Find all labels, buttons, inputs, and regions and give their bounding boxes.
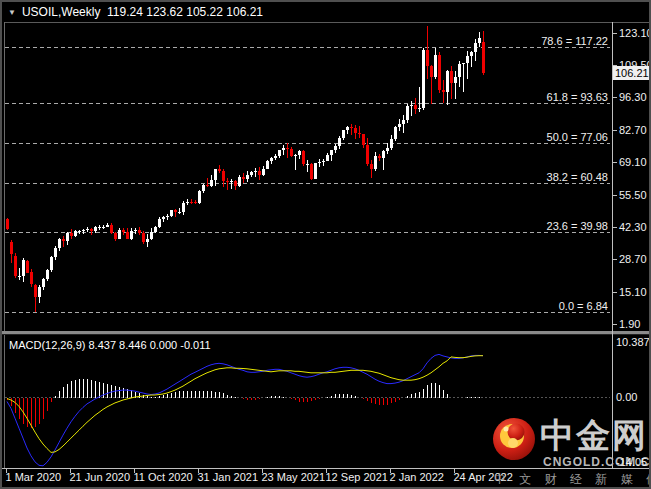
candle-body bbox=[406, 106, 409, 119]
candle-body bbox=[318, 162, 321, 163]
candle-body bbox=[186, 202, 189, 203]
chevron-down-icon[interactable]: ▼ bbox=[8, 6, 16, 19]
candle-body bbox=[430, 66, 433, 77]
candle-body bbox=[274, 156, 277, 158]
pane-separator[interactable] bbox=[2, 331, 651, 334]
watermark-slogan: 中 文 财 经 新 媒 体 bbox=[494, 471, 651, 488]
candle-body bbox=[314, 163, 317, 179]
cngold-swirl-icon bbox=[492, 417, 536, 461]
macd-axis-zero-label: 0.00 bbox=[616, 391, 637, 404]
candle-body bbox=[374, 156, 377, 169]
candle-body bbox=[178, 212, 181, 213]
price-axis-label: 15.10 bbox=[619, 286, 647, 298]
candle-body bbox=[278, 150, 281, 156]
candle-body bbox=[182, 203, 185, 212]
candle-body bbox=[114, 233, 117, 239]
candle-body bbox=[46, 270, 49, 278]
candle-body bbox=[110, 225, 113, 233]
candle-body bbox=[94, 227, 97, 231]
time-axis-label[interactable]: 23 May 2021 bbox=[262, 471, 326, 483]
candle-body bbox=[426, 50, 429, 65]
candle-body bbox=[194, 202, 197, 203]
candle-body bbox=[338, 138, 341, 146]
candle-body bbox=[466, 56, 469, 63]
candle-body bbox=[58, 239, 61, 247]
candle-body bbox=[382, 151, 385, 158]
chart-title: USOIL,Weekly 119.24 123.62 105.22 106.21 bbox=[22, 6, 263, 19]
candle-body bbox=[354, 128, 357, 133]
candle-body bbox=[6, 219, 9, 228]
macd-axis-min-label: -14.05 bbox=[616, 456, 647, 469]
candle-body bbox=[42, 279, 45, 287]
candle-body bbox=[102, 227, 105, 228]
candle-body bbox=[66, 233, 69, 240]
candle-body bbox=[222, 171, 225, 181]
candle-body bbox=[30, 272, 33, 284]
current-price-badge: 106.21 bbox=[613, 66, 651, 80]
candle-body bbox=[410, 105, 413, 107]
candle-body bbox=[226, 181, 229, 182]
candle-body bbox=[82, 230, 85, 231]
candle-body bbox=[346, 127, 349, 131]
candle-body bbox=[330, 150, 333, 155]
candle-body bbox=[402, 120, 405, 124]
time-axis-label[interactable]: 21 Jun 2020 bbox=[70, 471, 131, 483]
candle-body bbox=[366, 145, 369, 164]
fib-level-label: 61.8 = 93.63 bbox=[547, 91, 608, 103]
candle-body bbox=[90, 229, 93, 231]
candle-body bbox=[198, 191, 201, 202]
candle-body bbox=[294, 155, 297, 156]
candle-body bbox=[270, 158, 273, 161]
candle-body bbox=[162, 217, 165, 219]
candle-body bbox=[170, 210, 173, 216]
candle-body bbox=[246, 175, 249, 179]
candle-body bbox=[134, 230, 137, 231]
candle-body bbox=[174, 210, 177, 212]
candle-body bbox=[450, 71, 453, 83]
candle-body bbox=[230, 181, 233, 182]
price-axis-label: 96.30 bbox=[619, 91, 647, 103]
time-axis-label[interactable]: 12 Sep 2021 bbox=[326, 471, 388, 483]
candle-body bbox=[54, 248, 57, 258]
cngold-watermark: 中金网 CNGOLD.COM.CN 中 文 财 经 新 媒 体 bbox=[490, 415, 651, 487]
candle-body bbox=[142, 233, 145, 243]
candle-body bbox=[310, 164, 313, 179]
price-axis-label: 1.90 bbox=[619, 318, 640, 330]
candle-body bbox=[62, 239, 65, 241]
candle-body bbox=[10, 242, 13, 254]
price-axis-label: 69.10 bbox=[619, 156, 647, 168]
time-axis-label[interactable]: 1 Mar 2020 bbox=[6, 471, 62, 483]
candle-body bbox=[286, 148, 289, 149]
candle-body bbox=[38, 287, 41, 297]
candle-body bbox=[438, 55, 441, 90]
macd-axis-max-label: 10.387 bbox=[616, 336, 650, 349]
candle-body bbox=[242, 177, 245, 179]
candle-body bbox=[342, 130, 345, 137]
candle-body bbox=[442, 90, 445, 92]
price-axis-label: 28.70 bbox=[619, 253, 647, 265]
candle-body bbox=[262, 169, 265, 175]
candle-body bbox=[86, 229, 89, 230]
candle-body bbox=[250, 172, 253, 175]
candle-body bbox=[290, 149, 293, 156]
candle-body bbox=[358, 133, 361, 134]
candle-body bbox=[206, 185, 209, 186]
candle-body bbox=[22, 260, 25, 276]
candle-body bbox=[190, 202, 193, 203]
time-axis-label[interactable]: 31 Jan 2021 bbox=[198, 471, 259, 483]
time-axis-label[interactable]: 2 Jan 2022 bbox=[390, 471, 444, 483]
candle-body bbox=[362, 134, 365, 145]
candle-body bbox=[258, 171, 261, 175]
candle-body bbox=[482, 42, 485, 73]
macd-line bbox=[7, 354, 483, 465]
time-axis-label[interactable]: 11 Oct 2020 bbox=[134, 471, 193, 483]
candle-body bbox=[422, 50, 425, 108]
candle-body bbox=[74, 231, 77, 235]
candle-body bbox=[98, 227, 101, 228]
price-axis-label: 123.10 bbox=[619, 27, 651, 39]
candle-body bbox=[370, 164, 373, 169]
fib-level-label: 0.0 = 6.84 bbox=[559, 300, 608, 312]
candle-body bbox=[418, 108, 421, 109]
candle-body bbox=[254, 171, 257, 172]
candle-body bbox=[122, 230, 125, 232]
